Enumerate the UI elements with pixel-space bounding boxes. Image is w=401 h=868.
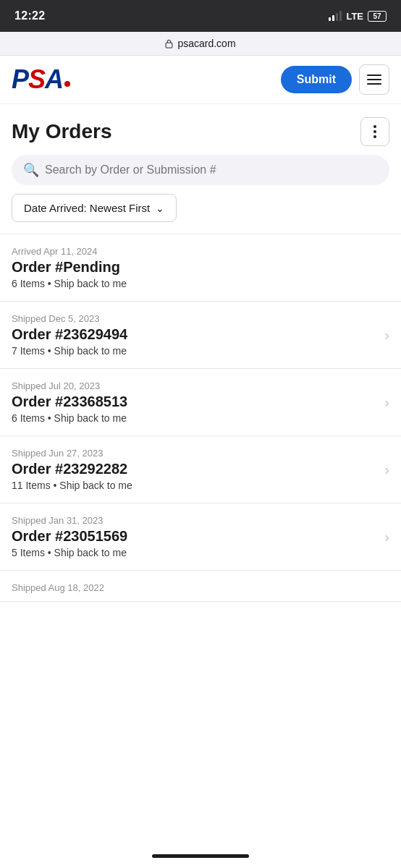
menu-icon	[367, 75, 381, 76]
order-number: Order #23368513	[12, 393, 384, 410]
order-item[interactable]: Shipped Aug 18, 2022	[0, 571, 401, 602]
order-content: Shipped Jan 31, 2023 Order #23051569 5 I…	[12, 515, 384, 558]
chevron-right-icon: ›	[384, 461, 389, 478]
menu-icon	[367, 83, 381, 85]
home-indicator	[152, 854, 249, 858]
more-options-button[interactable]	[360, 117, 389, 146]
sort-button[interactable]: Date Arrived: Newest First ⌄	[12, 194, 177, 222]
status-time: 12:22	[14, 9, 45, 22]
order-status: Shipped Aug 18, 2022	[12, 582, 389, 593]
order-content: Shipped Dec 5, 2023 Order #23629494 7 It…	[12, 313, 384, 357]
order-item[interactable]: Shipped Dec 5, 2023 Order #23629494 7 It…	[0, 302, 401, 369]
status-icons: LTE 57	[329, 11, 387, 22]
order-status: Shipped Jan 31, 2023	[12, 515, 384, 526]
order-content: Shipped Jun 27, 2023 Order #23292282 11 …	[12, 448, 384, 491]
order-number: Order #23051569	[12, 528, 384, 545]
order-status: Shipped Jun 27, 2023	[12, 448, 384, 459]
lock-icon	[165, 39, 173, 48]
browser-url: psacard.com	[177, 38, 235, 49]
search-input[interactable]	[45, 163, 378, 176]
order-detail: 11 Items • Ship back to me	[12, 480, 384, 491]
psa-logo: PSA	[12, 67, 70, 93]
order-content: Shipped Jul 20, 2023 Order #23368513 6 I…	[12, 380, 384, 424]
svg-rect-0	[166, 43, 173, 48]
app-header: PSA Submit	[0, 56, 401, 104]
page-header: My Orders	[0, 104, 401, 155]
chevron-down-icon: ⌄	[156, 203, 164, 214]
chevron-right-icon: ›	[384, 394, 389, 411]
order-item[interactable]: Shipped Jan 31, 2023 Order #23051569 5 I…	[0, 503, 401, 571]
menu-button[interactable]	[359, 64, 389, 95]
order-number: Order #23629494	[12, 326, 384, 343]
order-detail: 6 Items • Ship back to me	[12, 412, 384, 424]
order-item[interactable]: Shipped Jun 27, 2023 Order #23292282 11 …	[0, 436, 401, 503]
order-content: Arrived Apr 11, 2024 Order #Pending 6 It…	[12, 246, 389, 289]
browser-bar: psacard.com	[0, 32, 401, 56]
psa-dot	[64, 81, 70, 87]
chevron-right-icon: ›	[384, 327, 389, 344]
order-detail: 6 Items • Ship back to me	[12, 278, 389, 289]
header-actions: Submit	[281, 64, 389, 95]
order-status: Shipped Dec 5, 2023	[12, 313, 384, 324]
order-number: Order #Pending	[12, 259, 389, 276]
bottom-bar	[0, 843, 401, 868]
chevron-right-icon: ›	[384, 529, 389, 545]
search-icon: 🔍	[23, 162, 39, 178]
sort-container: Date Arrived: Newest First ⌄	[0, 194, 401, 234]
lte-label: LTE	[346, 11, 363, 22]
order-detail: 7 Items • Ship back to me	[12, 345, 384, 357]
search-container: 🔍	[0, 155, 401, 194]
psa-logo-text: PSA	[12, 67, 63, 93]
battery-icon: 57	[368, 11, 387, 22]
orders-list: Arrived Apr 11, 2024 Order #Pending 6 It…	[0, 234, 401, 602]
order-number: Order #23292282	[12, 461, 384, 477]
status-bar: 12:22 LTE 57	[0, 0, 401, 32]
sort-label: Date Arrived: Newest First	[24, 202, 150, 214]
signal-icon	[329, 11, 342, 21]
three-dots-icon	[373, 125, 376, 138]
order-content: Shipped Aug 18, 2022	[12, 582, 389, 595]
order-status: Shipped Jul 20, 2023	[12, 380, 384, 391]
page-title: My Orders	[12, 120, 112, 143]
order-detail: 5 Items • Ship back to me	[12, 547, 384, 558]
menu-icon	[367, 79, 381, 80]
order-item: Arrived Apr 11, 2024 Order #Pending 6 It…	[0, 234, 401, 302]
search-bar: 🔍	[12, 155, 389, 185]
order-item[interactable]: Shipped Jul 20, 2023 Order #23368513 6 I…	[0, 369, 401, 436]
submit-button[interactable]: Submit	[281, 66, 352, 93]
order-status: Arrived Apr 11, 2024	[12, 246, 389, 257]
